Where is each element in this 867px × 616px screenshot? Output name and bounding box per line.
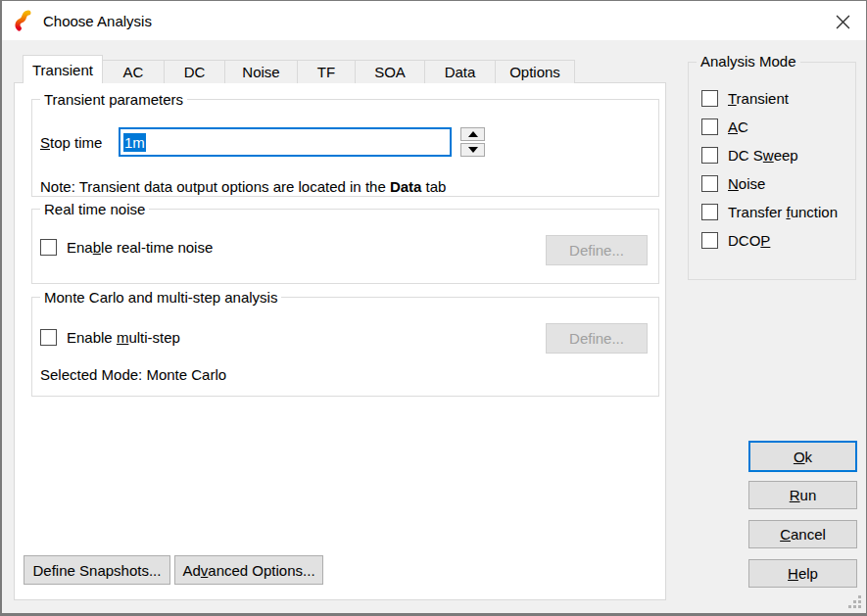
run-button[interactable]: Run bbox=[748, 481, 857, 509]
advanced-options-button[interactable]: Advanced Options... bbox=[174, 555, 323, 585]
ac-checkbox[interactable] bbox=[701, 118, 718, 135]
simetrix-logo-icon bbox=[12, 9, 35, 32]
analysis-mode-transfer-function: Transfer function bbox=[701, 198, 849, 226]
resize-grip[interactable] bbox=[846, 595, 861, 610]
enable-real-time-noise-label: Enable real-time noise bbox=[67, 239, 213, 256]
titlebar: Choose Analysis bbox=[2, 1, 866, 40]
dcop-checkbox[interactable] bbox=[701, 232, 718, 249]
transient-note: Note: Transient data output options are … bbox=[40, 178, 446, 195]
define-multi-step-button: Define... bbox=[546, 323, 648, 354]
transient-parameters-group: Transient parameters Stop time 1m Note: … bbox=[31, 99, 659, 197]
analysis-mode-noise: Noise bbox=[701, 169, 849, 198]
stop-time-spinner bbox=[460, 127, 485, 157]
define-snapshots-button[interactable]: Define Snapshots... bbox=[24, 555, 170, 585]
dc-sweep-checkbox[interactable] bbox=[701, 147, 718, 164]
group-title: Analysis Mode bbox=[697, 53, 800, 70]
tab-noise[interactable]: Noise bbox=[224, 60, 298, 83]
tab-soa[interactable]: SOA bbox=[355, 60, 425, 83]
tab-dc[interactable]: DC bbox=[164, 60, 225, 83]
stop-time-input[interactable]: 1m bbox=[119, 127, 452, 157]
enable-multi-step-row: Enable multi-step bbox=[40, 329, 180, 346]
window-title: Choose Analysis bbox=[43, 13, 152, 29]
stop-time-label: Stop time bbox=[40, 127, 102, 157]
group-title: Transient parameters bbox=[40, 91, 187, 108]
enable-multi-step-label: Enable multi-step bbox=[67, 329, 180, 346]
tab-options[interactable]: Options bbox=[495, 60, 575, 83]
group-title: Monte Carlo and multi-step analysis bbox=[40, 289, 281, 306]
choose-analysis-dialog: Choose Analysis Transient AC DC Noise TF… bbox=[0, 0, 867, 616]
help-button[interactable]: Help bbox=[748, 559, 857, 588]
noise-checkbox[interactable] bbox=[701, 175, 718, 192]
spinner-down-button[interactable] bbox=[460, 143, 485, 157]
analysis-mode-list: Transient AC DC Sweep Noise Transfer fun… bbox=[701, 84, 849, 255]
close-button[interactable] bbox=[829, 9, 856, 34]
analysis-mode-group: Analysis Mode Transient AC DC Sweep Nois… bbox=[688, 62, 856, 280]
transfer-function-checkbox[interactable] bbox=[701, 204, 718, 220]
selected-mode-text: Selected Mode: Monte Carlo bbox=[40, 366, 226, 383]
enable-multi-step-checkbox[interactable] bbox=[40, 329, 57, 346]
tab-data[interactable]: Data bbox=[424, 60, 496, 83]
transient-tab-page: Transient parameters Stop time 1m Note: … bbox=[14, 82, 666, 600]
define-noise-button: Define... bbox=[546, 235, 648, 265]
enable-real-time-noise-checkbox[interactable] bbox=[40, 239, 57, 256]
stop-time-value: 1m bbox=[123, 133, 146, 152]
real-time-noise-group: Real time noise Enable real-time noise D… bbox=[31, 209, 659, 284]
spinner-up-button[interactable] bbox=[460, 127, 485, 141]
cancel-button[interactable]: Cancel bbox=[748, 520, 857, 548]
group-title: Real time noise bbox=[40, 201, 149, 217]
enable-real-time-noise-row: Enable real-time noise bbox=[40, 239, 213, 256]
up-arrow-icon bbox=[468, 131, 478, 137]
monte-carlo-group: Monte Carlo and multi-step analysis Enab… bbox=[31, 297, 659, 397]
tab-bar: Transient AC DC Noise TF SOA Data Option… bbox=[23, 56, 575, 83]
tab-tf[interactable]: TF bbox=[297, 60, 356, 83]
tab-ac[interactable]: AC bbox=[102, 60, 165, 83]
down-arrow-icon bbox=[468, 147, 478, 153]
ok-button[interactable]: Ok bbox=[748, 441, 857, 472]
transient-checkbox[interactable] bbox=[701, 90, 718, 107]
tab-transient[interactable]: Transient bbox=[23, 55, 103, 83]
analysis-mode-dcop: DCOP bbox=[701, 226, 849, 255]
analysis-mode-dc-sweep: DC Sweep bbox=[701, 141, 849, 169]
close-icon bbox=[836, 15, 850, 29]
analysis-mode-transient: Transient bbox=[701, 84, 849, 113]
analysis-mode-ac: AC bbox=[701, 113, 849, 141]
